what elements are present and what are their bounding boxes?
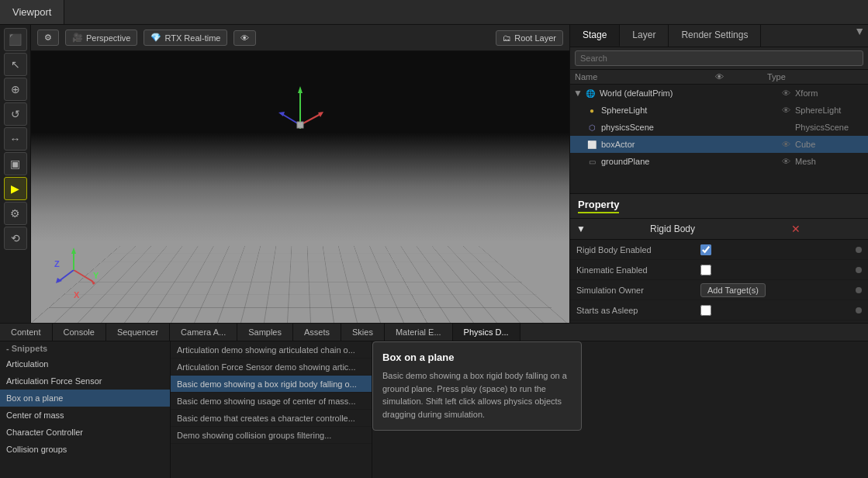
eye-toggle[interactable]: 👁 (776, 140, 795, 149)
main-area: ⬛ ↖ ⊕ ↺ ↔ ▣ ▶ ⚙ ⟲ ⚙ 🎥 Perspective 💎 RTX … (0, 25, 868, 323)
tree-node-name: SphereLight (601, 106, 776, 115)
tab-layer[interactable]: Layer (620, 25, 669, 47)
checkbox-starts-as-asleep[interactable] (700, 305, 711, 316)
viewport-background: X Y Z (31, 51, 569, 323)
tree-node-type: Cube (795, 140, 865, 149)
sdesc-row-center-of-mass[interactable]: Basic demo showing usage of center of ma… (171, 393, 372, 410)
tab-skies[interactable]: Skies (341, 324, 385, 341)
viewport-rtx-button[interactable]: 💎 RTX Real-time (144, 29, 227, 46)
right-panel: Stage Layer Render Settings ▼ Name 👁 Typ… (569, 25, 868, 323)
toolbar-select[interactable]: ⬛ (4, 28, 27, 51)
tab-render-settings[interactable]: Render Settings (669, 25, 761, 47)
tab-physics-d[interactable]: Physics D... (453, 324, 520, 341)
snippet-row-character-controller[interactable]: Character Controller (0, 424, 170, 441)
snippet-row-center-of-mass[interactable]: Center of mass (0, 407, 170, 424)
toolbar-gizmo[interactable]: ▣ (4, 152, 27, 175)
tab-assets[interactable]: Assets (293, 324, 341, 341)
viewport-eye-button[interactable]: 👁 (233, 30, 256, 46)
toolbar-arrow[interactable]: ↖ (4, 53, 27, 76)
filter-icon[interactable]: ▼ (851, 25, 868, 47)
sdesc-text: Articulation demo showing articulated ch… (177, 345, 355, 355)
svg-marker-1 (298, 86, 303, 93)
grid-overlay (31, 246, 569, 323)
toolbar-physics[interactable]: ⚙ (4, 202, 27, 225)
prop-value-simulation-owner: Add Target(s) (700, 283, 852, 297)
stage-tabs-spacer (761, 25, 851, 47)
sdesc-row-articulation-force-sensor[interactable]: Articulation Force Sensor demo showing a… (171, 358, 372, 376)
sdesc-row-box-on-plane[interactable]: Basic demo showing a box rigid body fall… (171, 376, 372, 393)
snippet-row-collision-groups[interactable]: Collision groups (0, 441, 170, 458)
collapse-arrow: ▼ (576, 223, 647, 234)
tree-row-boxactor[interactable]: ⬜ boxActor 👁 Cube (570, 136, 868, 153)
viewport-camera-button[interactable]: 🎥 Perspective (65, 29, 137, 46)
toolbar-play[interactable]: ▶ (4, 177, 27, 200)
eye-toggle[interactable]: 👁 (776, 157, 795, 166)
prop-row-kinematic-enabled: Kinematic Enabled (570, 260, 868, 280)
camera-icon: 🎥 (72, 33, 83, 43)
tooltip-popup: Box on a plane Basic demo showing a box … (372, 341, 582, 431)
snippet-name: Box on a plane (6, 393, 63, 403)
property-title: Property (578, 199, 619, 213)
prop-dot (856, 267, 862, 273)
layer-label: Root Layer (514, 33, 556, 43)
tree-row-physicsscene[interactable]: ⬡ physicsScene PhysicsScene (570, 119, 868, 136)
stage-search-input[interactable] (575, 50, 863, 66)
sdesc-row-character-controller[interactable]: Basic demo that creates a character cont… (171, 410, 372, 427)
eye-toggle[interactable]: 👁 (776, 106, 795, 115)
tree-node-type: PhysicsScene (795, 123, 865, 132)
prop-dot (856, 307, 862, 313)
transform-gizmo (277, 82, 323, 139)
tab-content[interactable]: Content (0, 324, 53, 341)
sdesc-text: Demo showing collision groups filtering.… (177, 431, 331, 440)
property-header: Property (570, 194, 868, 219)
tab-sequencer[interactable]: Sequencer (106, 324, 170, 341)
tab-material-e[interactable]: Material E... (385, 324, 453, 341)
tree-row-groundplane[interactable]: ▭ groundPlane 👁 Mesh (570, 153, 868, 170)
checkbox-kinematic-enabled[interactable] (700, 265, 711, 275)
snippet-row-box-on-plane[interactable]: Box on a plane (0, 390, 170, 407)
toolbar-snap[interactable]: ⟲ (4, 227, 27, 250)
tree-node-name: physicsScene (601, 123, 776, 132)
rigid-body-header[interactable]: ▼ Rigid Body ✕ (570, 219, 868, 240)
prop-value-kinematic-enabled (700, 265, 852, 275)
tree-row-spherelight[interactable]: ● SphereLight 👁 SphereLight (570, 102, 868, 119)
tab-stage[interactable]: Stage (570, 25, 620, 47)
snippet-name: Character Controller (6, 428, 83, 437)
tab-console[interactable]: Console (53, 324, 106, 341)
viewport-area: ⚙ 🎥 Perspective 💎 RTX Real-time 👁 🗂 Root… (31, 25, 569, 323)
viewport-layer-button[interactable]: 🗂 Root Layer (496, 30, 563, 46)
prop-value-starts-as-asleep (700, 305, 852, 316)
snippets-section-label: - Snippets (0, 341, 170, 355)
tree-row-world[interactable]: ▼ 🌐 World (defaultPrim) 👁 Xform (570, 85, 868, 102)
tree-node-name: groundPlane (601, 157, 776, 166)
add-target-button[interactable]: Add Target(s) (700, 283, 766, 297)
tab-camera-a[interactable]: Camera A... (170, 324, 237, 341)
viewport-settings-button[interactable]: ⚙ (37, 29, 59, 46)
gear-icon: ⚙ (44, 33, 52, 43)
snippet-row-articulation[interactable]: Articulation (0, 355, 170, 372)
top-bar: Viewport (0, 0, 868, 25)
svg-rect-6 (297, 122, 303, 128)
snippet-row-articulation-force-sensor[interactable]: Articulation Force Sensor (0, 372, 170, 390)
bottom-area: Content Console Sequencer Camera A... Sa… (0, 323, 868, 478)
property-panel: Property ▼ Rigid Body ✕ Rigid Body Enabl… (570, 194, 868, 323)
sdesc-text: Basic demo that creates a character cont… (177, 414, 355, 423)
eye-toggle[interactable]: 👁 (776, 88, 795, 98)
sdesc-text: Basic demo showing usage of center of ma… (177, 397, 356, 406)
layer-icon: 🗂 (503, 33, 511, 43)
close-section-button[interactable]: ✕ (791, 223, 862, 235)
toolbar-scale[interactable]: ↔ (4, 127, 27, 151)
tooltip-title: Box on a plane (382, 352, 572, 363)
rigid-body-section: ▼ Rigid Body ✕ Rigid Body Enabled Kinema… (570, 219, 868, 323)
sdesc-row-articulation[interactable]: Articulation demo showing articulated ch… (171, 341, 372, 358)
toolbar-rotate[interactable]: ↺ (4, 102, 27, 126)
prop-row-starts-as-asleep: Starts as Asleep (570, 300, 868, 320)
sdesc-row-collision-groups[interactable]: Demo showing collision groups filtering.… (171, 427, 372, 444)
bottom-content: - Snippets Articulation Articulation For… (0, 341, 868, 478)
stage-search-bar (570, 47, 868, 70)
viewport-canvas[interactable]: X Y Z (31, 51, 569, 323)
toolbar-move[interactable]: ⊕ (4, 78, 27, 101)
checkbox-rigid-body-enabled[interactable] (700, 244, 711, 255)
tab-samples[interactable]: Samples (237, 324, 293, 341)
snippet-name: Collision groups (6, 445, 67, 454)
